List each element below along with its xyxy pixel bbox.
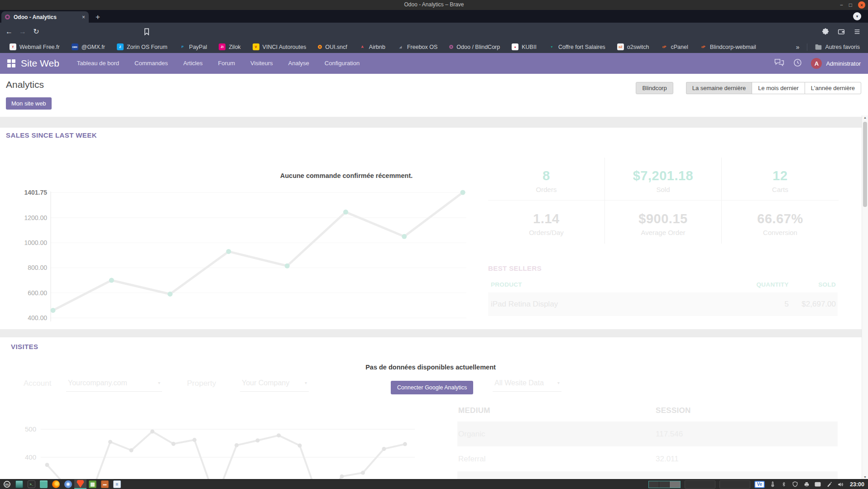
apps-grid-icon[interactable] [7,59,15,67]
nav-item-forum[interactable]: Forum [210,53,243,74]
visits-chart-svg: 500400 [18,405,417,479]
visits-line-chart: 500400 [18,405,417,479]
app-name-menu[interactable]: Site Web [21,58,59,69]
gmx-fr-favicon-icon: GMX [72,43,78,50]
bookmark-label: Odoo / BlindCorp [456,44,500,50]
range-button-l-ann-e-derni-re[interactable]: L'année dernière [805,82,861,94]
launcher-terminal[interactable]: >_ [25,479,38,489]
visits-table-rows: Organic117.546Referral32.011 [457,422,838,479]
field-select-view[interactable]: ▾All Wesite Data [493,377,561,392]
messages-icon[interactable] [774,58,784,68]
svg-text:800.00: 800.00 [28,264,47,271]
field-select-property[interactable]: ▾Your Company [240,377,309,392]
minimize-button[interactable]: − [840,1,843,9]
bookmark-label: KUBII [522,44,537,50]
visits-empty-message: Pas de données disponibles actuellement [295,364,566,371]
best-sellers-col-quantity: QUANTITY [684,281,789,288]
scroll-down-icon[interactable]: ▼ [862,475,868,479]
best-sellers-header: PRODUCTQUANTITYSOLD [488,281,838,292]
launcher-chromium[interactable] [62,479,74,489]
bookmark-zilok[interactable]: ZiZilok [213,41,246,53]
company-filter-button[interactable]: Blindcorp [636,82,673,94]
reload-icon[interactable]: ↻ [31,26,42,37]
new-tab-button[interactable]: + [93,12,103,22]
range-button-la-semaine-derni-re[interactable]: La semaine dernière [686,82,752,94]
bookmark-webmail-free-fr[interactable]: fWebmail Free.fr [4,41,66,53]
bookmark-o2switch[interactable]: o2o2switch [611,41,655,53]
nav-item-tableau-de-bord[interactable]: Tableau de bord [69,53,127,74]
page-title: Analytics [6,79,44,90]
range-button-le-mois-dernier[interactable]: Le mois dernier [752,82,805,94]
workspace-3[interactable] [670,481,680,488]
visits-cell: 32.011 [656,455,679,464]
browser-tab[interactable]: Odoo - Analytics × [1,11,89,23]
bookmark-gmx-fr[interactable]: GMX@GMX.fr [66,41,111,53]
launcher-firefox[interactable] [50,479,62,489]
launcher-libreoffice-impress[interactable]: ▬ [99,479,111,489]
scrollbar[interactable]: ▲ ▼ [862,115,868,479]
launcher-mint-menu[interactable]: m [1,479,13,489]
volume-icon[interactable] [837,481,844,488]
menu-icon[interactable] [852,26,863,37]
connect-google-analytics-button[interactable]: Connecter Google Analytics [391,381,473,394]
nav-item-configuration[interactable]: Configuration [317,53,367,74]
extensions-puzzle-icon[interactable] [820,26,831,37]
bookmark-odoo-blindcorp[interactable]: Odoo / BlindCorp [443,41,506,53]
sales-since-last-week-chart-svg: 1401.751200.001000.00800.00600.00400.00 [19,187,470,322]
stat-orders-day: 1.14Orders/Day [488,201,605,244]
field-select-account[interactable]: ▾Yourcompany.com [66,377,162,392]
bookmark-flag-icon[interactable] [142,27,151,36]
scrollbar-thumb[interactable] [863,122,867,207]
close-button[interactable]: × [858,1,865,9]
my-website-button[interactable]: Mon site web [6,97,52,110]
printer-icon[interactable] [803,481,810,488]
bookmark-vinci-autoroutes[interactable]: VVINCI Autoroutes [247,41,312,53]
launcher-libreoffice-calc[interactable]: ▦ [86,479,99,489]
forward-icon[interactable]: → [17,26,28,37]
nav-item-commandes[interactable]: Commandes [127,53,176,74]
bookmark-paypal[interactable]: PPayPal [173,41,213,53]
chromium-icon [64,480,72,488]
display-icon[interactable] [814,481,821,488]
nav-item-analyse[interactable]: Analyse [281,53,317,74]
bookmark-blindcorp-webmail[interactable]: cPBlindcorp-webmail [694,41,762,53]
launcher-show-desktop[interactable] [13,479,25,489]
launcher-libreoffice-writer[interactable]: ≡ [111,479,123,489]
nav-item-visiteurs[interactable]: Visiteurs [243,53,281,74]
back-icon[interactable]: ← [4,26,14,37]
maximize-button[interactable]: □ [849,1,852,9]
launcher-brave[interactable] [74,479,86,489]
bookmark-zorin-os-forum[interactable]: ZZorin OS Forum [111,41,173,53]
bookmark-oui-sncf[interactable]: OUI.sncf [312,41,353,53]
stat-conversion: 66.67%Conversion [722,201,839,244]
security-shield-icon[interactable] [791,481,799,488]
taskbar-window-button-2[interactable] [719,480,750,489]
nav-item-articles[interactable]: Articles [176,53,211,74]
bookmark-freebox-os[interactable]: ◢Freebox OS [391,41,443,53]
workspace-1[interactable] [649,481,659,488]
activities-clock-icon[interactable] [793,58,802,69]
user-menu[interactable]: A Administrator [811,58,861,69]
svg-text:1401.75: 1401.75 [24,189,47,196]
tab-close-icon[interactable]: × [82,14,85,20]
launcher-file-manager[interactable] [38,479,50,489]
stylus-icon[interactable] [825,481,833,488]
bookmark-cpanel[interactable]: cPcPanel [655,41,694,53]
taskbar-clock[interactable]: 23:00 [850,481,864,488]
tab-menu-button[interactable]: ▾ [853,12,861,20]
other-bookmarks-folder[interactable]: Autres favoris [810,43,864,50]
bookmark-kubii[interactable]: ●KUBII [506,41,542,53]
wallet-icon[interactable] [836,26,847,37]
best-sellers-cell: 5 [684,300,789,309]
scroll-up-icon[interactable]: ▲ [862,116,868,119]
bookmark-airbnb[interactable]: AAirbnb [353,41,391,53]
bookmarks-overflow-chevron-icon[interactable]: » [791,43,804,51]
temperature-icon[interactable] [769,481,776,488]
taskbar-window-button-1[interactable] [685,480,715,489]
window-title: Odoo - Analytics – Brave [0,1,868,8]
workspace-2[interactable] [659,481,670,488]
veracrypt-tray-icon[interactable]: Ve [754,481,765,488]
bluetooth-icon[interactable] [780,481,787,488]
bookmark-coffre-fort-salaires[interactable]: ▼Coffre fort Salaires [542,41,611,53]
stat-label: Sold [605,186,721,193]
